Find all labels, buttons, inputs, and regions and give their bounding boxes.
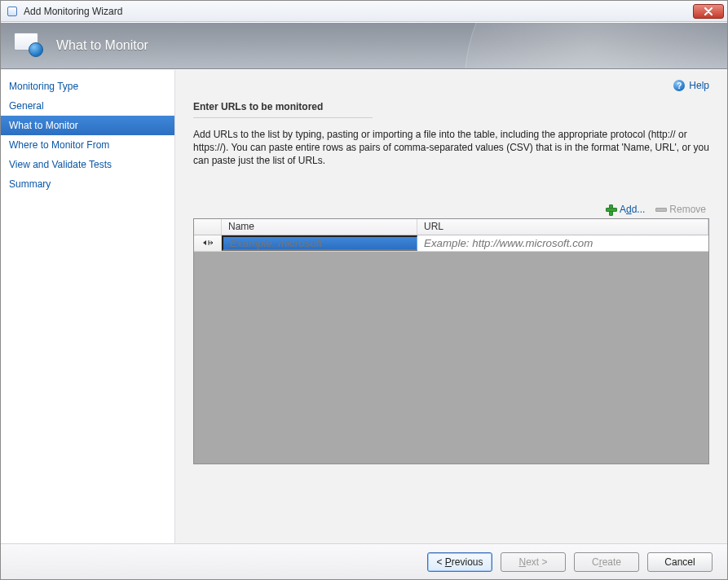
wizard-sidebar: Monitoring Type General What to Monitor …	[1, 70, 175, 543]
wizard-step-title: What to Monitor	[56, 38, 148, 53]
sidebar-item-what-to-monitor[interactable]: What to Monitor	[1, 116, 174, 135]
sidebar-item-monitoring-type[interactable]: Monitoring Type	[1, 77, 174, 96]
cell-name-input[interactable]	[222, 235, 417, 251]
wizard-window: Add Monitoring Wizard What to Monitor Mo…	[0, 0, 728, 580]
add-button[interactable]: Add...	[605, 204, 645, 215]
help-row: ? Help	[193, 78, 709, 93]
remove-button: Remove	[655, 204, 706, 215]
body: Monitoring Type General What to Monitor …	[1, 69, 727, 543]
next-button: Next >	[501, 552, 566, 572]
plus-icon	[605, 204, 616, 215]
row-indicator-new[interactable]	[194, 235, 222, 251]
create-button: Create	[574, 552, 639, 572]
wizard-footer: < Previous Next > Create Cancel	[1, 543, 727, 579]
sidebar-item-general[interactable]: General	[1, 96, 174, 116]
column-header-url[interactable]: URL	[417, 219, 708, 235]
main-panel: ? Help Enter URLs to be monitored Add UR…	[175, 70, 727, 543]
cancel-button[interactable]: Cancel	[647, 552, 713, 572]
grid-corner	[194, 219, 222, 235]
titlebar: Add Monitoring Wizard	[1, 1, 727, 22]
cell-url-input[interactable]	[417, 235, 708, 251]
sidebar-item-where-to-monitor-from[interactable]: Where to Monitor From	[1, 135, 174, 155]
url-grid: Name URL	[193, 218, 709, 464]
wizard-header: What to Monitor	[1, 22, 727, 69]
minus-icon	[655, 204, 666, 215]
window-title: Add Monitoring Wizard	[24, 6, 693, 17]
column-header-name[interactable]: Name	[222, 219, 417, 235]
new-row-icon	[202, 239, 214, 247]
help-link[interactable]: Help	[689, 80, 709, 91]
grid-new-row	[194, 235, 708, 252]
section-title: Enter URLs to be monitored	[193, 101, 373, 118]
app-icon	[6, 5, 19, 18]
section-instructions: Add URLs to the list by typing, pasting …	[193, 128, 709, 168]
help-icon: ?	[673, 80, 685, 91]
sidebar-item-view-validate-tests[interactable]: View and Validate Tests	[1, 155, 174, 174]
close-icon	[704, 7, 713, 15]
add-label: Add...	[620, 204, 645, 215]
monitor-icon	[14, 33, 46, 59]
grid-toolbar: Add... Remove	[193, 204, 709, 215]
remove-label: Remove	[669, 204, 706, 215]
sidebar-item-summary[interactable]: Summary	[1, 174, 174, 194]
grid-header: Name URL	[194, 219, 708, 235]
close-button[interactable]	[693, 4, 724, 19]
previous-button[interactable]: < Previous	[427, 552, 492, 572]
